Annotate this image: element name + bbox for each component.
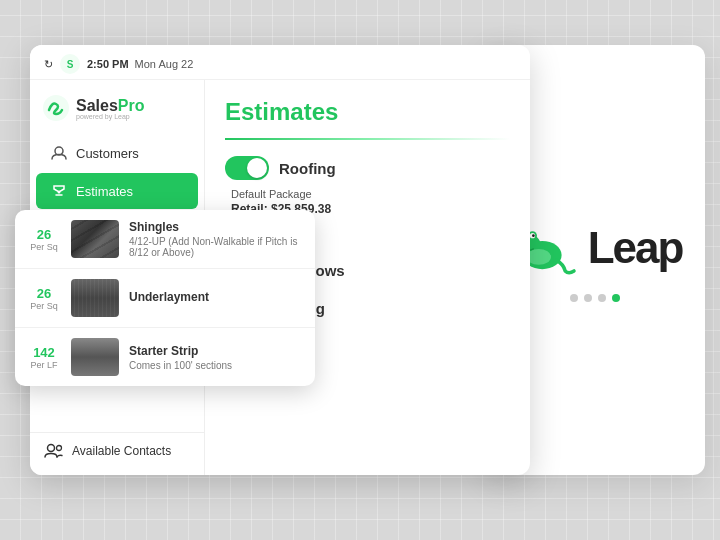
status-bar: ↻ S 2:50 PM Mon Aug 22 [30, 45, 530, 80]
leap-brand-text: Leap [588, 223, 683, 273]
page-title: Estimates [225, 98, 510, 126]
dot-1 [570, 294, 578, 302]
underlayment-image [71, 279, 119, 317]
sidebar-item-estimates[interactable]: Estimates [36, 173, 198, 209]
shingles-qty: 26 Per Sq [27, 227, 61, 252]
brand-name: SalesPro [76, 97, 144, 115]
leap-logo: Leap [508, 218, 683, 278]
sidebar-item-customers[interactable]: Customers [36, 135, 198, 171]
materials-card: 26 Per Sq Shingles 4/12-UP (Add Non-Walk… [15, 210, 315, 386]
underlayment-name: Underlayment [129, 290, 303, 304]
pagination-dots [570, 294, 620, 302]
starter-image [71, 338, 119, 376]
shingles-info: Shingles 4/12-UP (Add Non-Walkable if Pi… [129, 220, 303, 258]
dot-4-active [612, 294, 620, 302]
svg-point-11 [43, 95, 69, 121]
svg-point-13 [58, 191, 61, 194]
status-time: 2:50 PM [87, 58, 129, 70]
svg-point-7 [532, 234, 535, 237]
material-shingles: 26 Per Sq Shingles 4/12-UP (Add Non-Walk… [15, 210, 315, 269]
refresh-icon: ↻ [44, 58, 53, 71]
contacts-icon [44, 443, 64, 459]
material-underlayment: 26 Per Sq Underlayment [15, 269, 315, 328]
underlayment-qty: 26 Per Sq [27, 286, 61, 311]
default-package-label: Default Package [231, 188, 510, 200]
available-contacts-label: Available Contacts [72, 444, 171, 458]
svg-point-16 [48, 445, 55, 452]
svg-point-17 [57, 446, 62, 451]
customers-icon [50, 144, 68, 162]
available-contacts[interactable]: Available Contacts [30, 432, 204, 469]
dot-2 [584, 294, 592, 302]
dot-3 [598, 294, 606, 302]
shingles-desc: 4/12-UP (Add Non-Walkable if Pitch is 8/… [129, 236, 303, 258]
starter-desc: Comes in 100' sections [129, 360, 303, 371]
starter-info: Starter Strip Comes in 100' sections [129, 344, 303, 371]
roofing-row: Roofing [225, 156, 510, 180]
status-date: Mon Aug 22 [135, 58, 194, 70]
roofing-toggle[interactable] [225, 156, 269, 180]
roofing-label: Roofing [279, 160, 336, 177]
starter-name: Starter Strip [129, 344, 303, 358]
salespro-logo-icon: S [59, 53, 81, 75]
estimates-icon [50, 182, 68, 200]
customers-label: Customers [76, 146, 139, 161]
estimates-label: Estimates [76, 184, 133, 199]
underlayment-info: Underlayment [129, 290, 303, 306]
shingles-image [71, 220, 119, 258]
starter-qty: 142 Per LF [27, 345, 61, 370]
title-divider [225, 138, 510, 140]
svg-text:S: S [67, 59, 74, 70]
brand-logo-icon [42, 94, 70, 122]
material-starter-strip: 142 Per LF Starter Strip Comes in 100' s… [15, 328, 315, 386]
shingles-name: Shingles [129, 220, 303, 234]
logo-area: SalesPro powered by Leap [30, 86, 204, 134]
